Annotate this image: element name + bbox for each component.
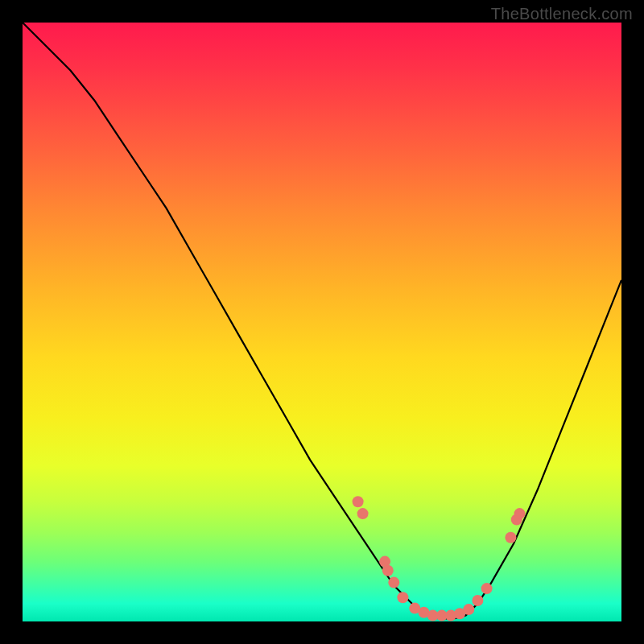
chart-svg [23,23,621,621]
data-point [353,496,364,507]
data-point [505,532,516,543]
data-point [481,583,493,594]
data-points [353,496,526,621]
data-point [357,508,369,519]
data-point [388,577,399,588]
watermark-text: TheBottleneck.com [491,5,633,23]
data-point [397,592,408,603]
data-point [382,565,394,576]
chart-frame: TheBottleneck.com [0,0,644,644]
data-point [463,604,474,615]
bottleneck-curve [23,23,621,618]
data-point [472,595,483,606]
data-point [514,508,526,519]
plot-area [23,23,621,621]
